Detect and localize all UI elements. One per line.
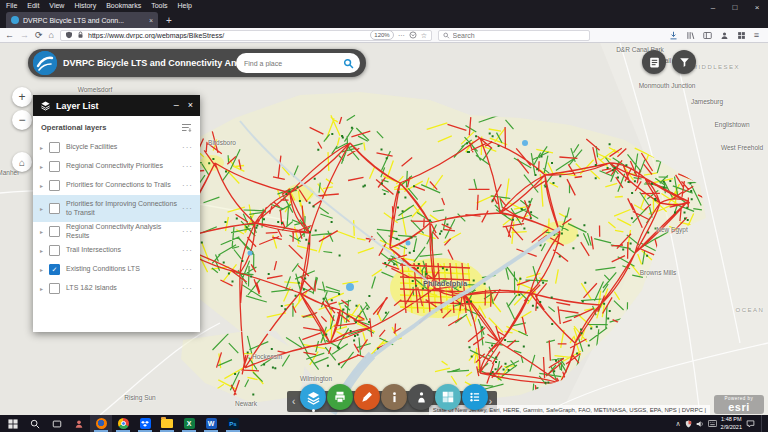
layer-checkbox[interactable] [49, 161, 60, 172]
filter-button[interactable] [672, 50, 696, 74]
tool-draw-button[interactable] [354, 384, 380, 410]
url-text[interactable]: https://www.dvrpc.org/webmaps/BikeStress… [88, 32, 366, 39]
hamburger-menu-icon[interactable]: ≡ [754, 31, 759, 40]
sidebar-icon[interactable] [703, 31, 712, 40]
expand-caret-icon[interactable]: ▸ [40, 144, 49, 151]
shield-icon[interactable] [65, 31, 73, 39]
layer-checkbox[interactable]: ✓ [49, 264, 60, 275]
layer-menu-icon[interactable]: ··· [182, 162, 193, 171]
start-button[interactable] [2, 415, 24, 432]
menu-edit[interactable]: Edit [27, 2, 39, 9]
panel-close-icon[interactable]: × [188, 101, 193, 110]
layer-menu-icon[interactable]: ··· [182, 246, 193, 255]
expand-caret-icon[interactable]: ▸ [40, 182, 49, 189]
default-extent-button[interactable]: ⌂ [12, 152, 32, 172]
account-icon[interactable] [720, 31, 729, 40]
taskbar-excel-button[interactable]: X [178, 415, 200, 432]
layer-row-5[interactable]: ▸Trail Intersections··· [33, 241, 200, 260]
taskbar-chrome-button[interactable] [112, 415, 134, 432]
pocket-icon[interactable] [409, 31, 417, 39]
expand-caret-icon[interactable]: ▸ [40, 247, 49, 254]
layer-row-4[interactable]: ▸Regional Connectivity Analysis Results·… [33, 222, 200, 241]
tool-basemap-button[interactable] [435, 384, 461, 410]
taskbar-search-button[interactable] [24, 415, 46, 432]
layer-row-2[interactable]: ▸Priorities for Connections to Trails··· [33, 176, 200, 195]
people-button[interactable] [68, 415, 90, 432]
toolbar-prev-icon[interactable]: ‹ [292, 397, 295, 407]
home-icon[interactable]: ⌂ [49, 31, 54, 40]
layer-list-titlebar[interactable]: Layer List – × [33, 95, 200, 116]
menu-history[interactable]: History [74, 2, 96, 9]
legend-button[interactable] [642, 50, 666, 74]
expand-caret-icon[interactable]: ▸ [40, 205, 49, 212]
volume-icon[interactable] [696, 420, 704, 428]
expand-caret-icon[interactable]: ▸ [40, 163, 49, 170]
layer-options-icon[interactable] [181, 123, 192, 132]
place-search-icon[interactable] [343, 58, 354, 69]
taskbar-dropbox-button[interactable] [134, 415, 156, 432]
layer-checkbox[interactable] [49, 245, 60, 256]
tool-legend-button[interactable] [462, 384, 488, 410]
download-icon[interactable] [669, 31, 678, 40]
tray-chevron-icon[interactable]: ∧ [675, 420, 680, 427]
reload-icon[interactable]: ⟳ [35, 31, 43, 40]
defender-shield-icon[interactable] [685, 420, 692, 428]
page-actions-icon[interactable]: ⋯ [398, 32, 405, 39]
tool-layer-list-button[interactable] [300, 384, 326, 410]
tool-street-view-button[interactable] [408, 384, 434, 410]
zoom-out-button[interactable]: − [12, 110, 32, 130]
library-icon[interactable] [686, 31, 695, 40]
tab-close-icon[interactable]: × [149, 17, 153, 24]
layer-row-7[interactable]: ▸LTS 1&2 Islands··· [33, 279, 200, 298]
menu-view[interactable]: View [49, 2, 64, 9]
clock[interactable]: 1:48 PM 2/9/2021 [721, 416, 742, 430]
place-search-bar[interactable] [236, 53, 360, 73]
layer-checkbox[interactable] [49, 283, 60, 294]
close-button[interactable]: × [746, 0, 768, 14]
forward-icon[interactable]: → [20, 31, 29, 40]
layer-checkbox[interactable] [49, 180, 60, 191]
expand-caret-icon[interactable]: ▸ [40, 228, 49, 235]
tool-info-button[interactable] [381, 384, 407, 410]
layer-row-3[interactable]: ▸Priorities for Improving Connections to… [33, 195, 200, 222]
layer-checkbox[interactable] [49, 203, 60, 214]
expand-caret-icon[interactable]: ▸ [40, 285, 49, 292]
page-zoom-badge[interactable]: 120% [370, 30, 393, 40]
layer-row-0[interactable]: ▸Bicycle Facilities··· [33, 138, 200, 157]
back-icon[interactable]: ← [5, 31, 14, 40]
extensions-icon[interactable] [737, 31, 746, 40]
touch-keyboard-icon[interactable] [708, 420, 717, 427]
action-center-icon[interactable] [746, 419, 755, 428]
layer-row-1[interactable]: ▸Regional Connectivity Priorities··· [33, 157, 200, 176]
browser-tab[interactable]: DVRPC Bicycle LTS and Conn... × [6, 12, 158, 28]
browser-search-input[interactable] [453, 32, 585, 39]
browser-search-bar[interactable] [438, 30, 590, 41]
taskbar-firefox-button[interactable] [90, 415, 112, 432]
menu-bookmarks[interactable]: Bookmarks [106, 2, 141, 9]
menu-help[interactable]: Help [178, 2, 192, 9]
place-search-input[interactable] [242, 59, 343, 68]
tool-print-button[interactable] [327, 384, 353, 410]
menu-file[interactable]: File [6, 2, 17, 9]
layer-menu-icon[interactable]: ··· [182, 227, 193, 236]
menu-tools[interactable]: Tools [151, 2, 167, 9]
taskbar-explorer-button[interactable] [156, 415, 178, 432]
layer-checkbox[interactable] [49, 142, 60, 153]
panel-minimize-icon[interactable]: – [174, 101, 179, 110]
layer-menu-icon[interactable]: ··· [182, 143, 193, 152]
url-bar[interactable]: https://www.dvrpc.org/webmaps/BikeStress… [60, 30, 432, 41]
task-view-button[interactable] [46, 415, 68, 432]
layer-menu-icon[interactable]: ··· [182, 204, 193, 213]
layer-row-6[interactable]: ▸✓Existing Conditions LTS··· [33, 260, 200, 279]
taskbar-photoshop-button[interactable]: Ps [222, 415, 244, 432]
lock-icon[interactable] [77, 31, 84, 39]
new-tab-button[interactable]: + [166, 14, 172, 28]
taskbar-word-button[interactable]: W [200, 415, 222, 432]
zoom-in-button[interactable]: + [12, 87, 32, 107]
bookmark-star-icon[interactable]: ☆ [421, 32, 427, 39]
layer-menu-icon[interactable]: ··· [182, 284, 193, 293]
layer-menu-icon[interactable]: ··· [182, 265, 193, 274]
layer-menu-icon[interactable]: ··· [182, 181, 193, 190]
show-desktop-button[interactable] [761, 415, 765, 432]
layer-checkbox[interactable] [49, 226, 60, 237]
